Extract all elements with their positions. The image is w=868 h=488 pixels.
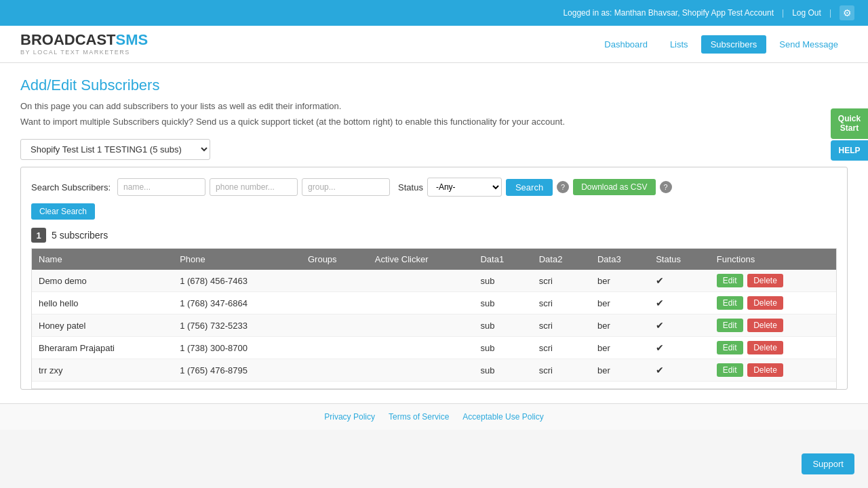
download-csv-button[interactable]: Download as CSV [573, 179, 655, 195]
subscribers-table-panel: Name Phone Groups Active Clicker Data1 D… [31, 248, 837, 389]
footer-terms[interactable]: Terms of Service [389, 412, 449, 422]
cell-data2: scri [532, 270, 591, 292]
clear-search-button[interactable]: Clear Search [31, 203, 95, 220]
help-float-button[interactable]: HELP [831, 140, 868, 161]
cell-active-clicker [368, 359, 474, 382]
divider2: | [829, 8, 831, 18]
col-data3: Data3 [591, 249, 649, 270]
nav-send-message[interactable]: Send Message [770, 35, 848, 54]
logout-link[interactable]: Log Out [792, 8, 821, 18]
cell-status: ✔ [649, 314, 710, 337]
inner-panel: Search Subscribers: Status -Any- Active … [20, 167, 848, 390]
quick-start-button[interactable]: Quick Start [831, 108, 868, 139]
search-bar: Search Subscribers: Status -Any- Active … [31, 178, 837, 197]
cell-phone: 1 (756) 732-5233 [173, 314, 301, 337]
search-label: Search Subscribers: [31, 182, 111, 192]
header: BROADCASTSMS by Local Text Marketers Das… [0, 26, 868, 63]
col-active-clicker: Active Clicker [368, 249, 474, 270]
footer-privacy[interactable]: Privacy Policy [324, 412, 375, 422]
search-group-input[interactable] [302, 178, 390, 196]
cell-phone: 1 (768) 347-6864 [173, 292, 301, 314]
table-row: hello hello 1 (768) 347-6864 sub scri be… [32, 292, 836, 314]
edit-button[interactable]: Edit [717, 363, 743, 377]
cell-groups [301, 270, 368, 292]
delete-button[interactable]: Delete [747, 274, 783, 287]
table-row: Demo demo 1 (678) 456-7463 sub scri ber … [32, 270, 836, 292]
col-status: Status [649, 249, 710, 270]
delete-button[interactable]: Delete [747, 363, 783, 377]
footer: Privacy Policy Terms of Service Acceptab… [0, 403, 868, 430]
cell-data1: sub [473, 270, 532, 292]
footer-acceptable-use[interactable]: Acceptable Use Policy [462, 412, 543, 422]
pagination-wrap: 1 5 subscribers [31, 228, 837, 243]
cell-name: Bheraram Prajapati [32, 337, 173, 359]
cell-data3: ber [591, 337, 649, 359]
nav-subscribers[interactable]: Subscribers [701, 35, 767, 54]
clear-search-wrap: Clear Search [31, 203, 837, 220]
cell-functions: Edit Delete [710, 337, 836, 359]
cell-name: Demo demo [32, 270, 173, 292]
cell-data2: scri [532, 314, 591, 337]
cell-status: ✔ [649, 292, 710, 314]
cell-data3: ber [591, 292, 649, 314]
cell-data1: sub [473, 292, 532, 314]
delete-button[interactable]: Delete [747, 341, 783, 354]
delete-button[interactable]: Delete [747, 319, 783, 332]
cell-data3: ber [591, 314, 649, 337]
search-phone-input[interactable] [210, 178, 298, 196]
cell-groups [301, 359, 368, 382]
list-dropdown[interactable]: Shopify Test List 1 TESTING1 (5 subs) [20, 139, 210, 160]
page-title: Add/Edit Subscribers [20, 77, 848, 94]
search-help-icon[interactable]: ? [557, 181, 569, 193]
logo: BROADCASTSMS by Local Text Marketers [20, 33, 148, 56]
status-label: Status [398, 182, 423, 192]
subscribers-table: Name Phone Groups Active Clicker Data1 D… [32, 249, 836, 382]
cell-functions: Edit Delete [710, 270, 836, 292]
cell-functions: Edit Delete [710, 314, 836, 337]
cell-data3: ber [591, 359, 649, 382]
edit-button[interactable]: Edit [717, 296, 743, 310]
col-data2: Data2 [532, 249, 591, 270]
cell-functions: Edit Delete [710, 359, 836, 382]
cell-data2: scri [532, 292, 591, 314]
table-row: trr zxy 1 (765) 476-8795 sub scri ber ✔ … [32, 359, 836, 382]
table-body: Demo demo 1 (678) 456-7463 sub scri ber … [32, 270, 836, 382]
nav-dashboard[interactable]: Dashboard [595, 35, 657, 54]
edit-button[interactable]: Edit [717, 274, 743, 287]
edit-button[interactable]: Edit [717, 341, 743, 354]
col-phone: Phone [173, 249, 301, 270]
cell-phone: 1 (738) 300-8700 [173, 337, 301, 359]
search-name-input[interactable] [117, 178, 205, 196]
table-row: Honey patel 1 (756) 732-5233 sub scri be… [32, 314, 836, 337]
logo-brand: BROADCASTSMS [20, 33, 148, 47]
settings-gear-icon[interactable]: ⚙ [840, 5, 854, 20]
search-button[interactable]: Search [506, 179, 553, 196]
edit-button[interactable]: Edit [717, 319, 743, 332]
delete-button[interactable]: Delete [747, 296, 783, 310]
divider: | [782, 8, 784, 18]
cell-status: ✔ [649, 270, 710, 292]
cell-status: ✔ [649, 359, 710, 382]
nav-lists[interactable]: Lists [660, 35, 698, 54]
page-badge: 1 [31, 228, 46, 243]
cell-name: Honey patel [32, 314, 173, 337]
cell-active-clicker [368, 314, 474, 337]
cell-groups [301, 337, 368, 359]
logged-in-text: Logged in as: Manthan Bhavsar, Shopify A… [563, 8, 774, 18]
status-select[interactable]: -Any- Active Inactive [427, 178, 502, 197]
logo-sms: SMS [116, 31, 149, 48]
col-functions: Functions [710, 249, 836, 270]
cell-data1: sub [473, 359, 532, 382]
top-bar: Logged in as: Manthan Bhavsar, Shopify A… [0, 0, 868, 26]
cell-data2: scri [532, 359, 591, 382]
col-groups: Groups [301, 249, 368, 270]
download-help-icon[interactable]: ? [660, 181, 672, 193]
cell-groups [301, 314, 368, 337]
main-content: Add/Edit Subscribers On this page you ca… [0, 63, 868, 403]
floating-buttons: Quick Start HELP [831, 108, 868, 161]
page-desc1: On this page you can add subscribers to … [20, 101, 848, 111]
cell-functions: Edit Delete [710, 292, 836, 314]
cell-data2: scri [532, 337, 591, 359]
page-desc2: Want to import multiple Subscribers quic… [20, 117, 848, 127]
main-nav: Dashboard Lists Subscribers Send Message [595, 35, 848, 54]
